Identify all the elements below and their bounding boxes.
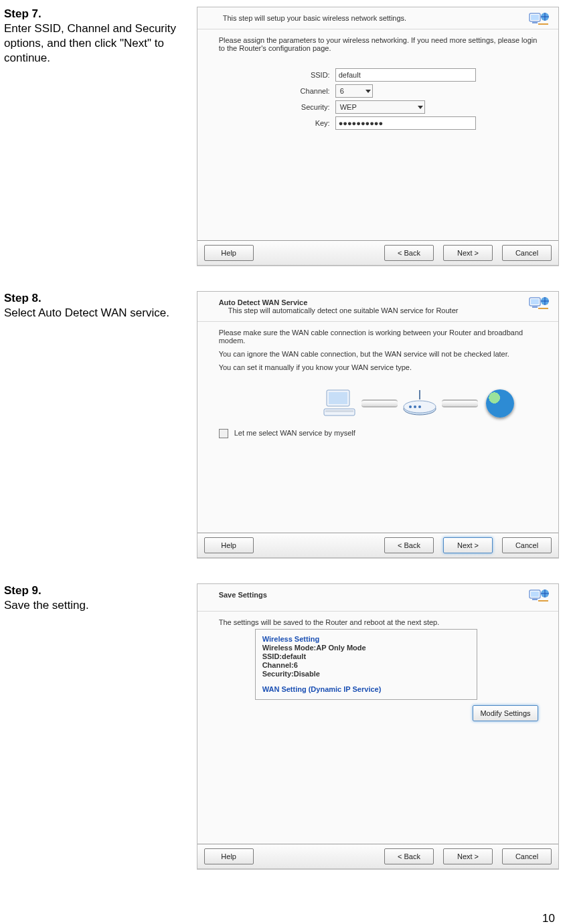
- next-button[interactable]: Next >: [443, 537, 493, 553]
- svg-rect-6: [532, 306, 538, 308]
- svg-rect-18: [531, 591, 539, 597]
- svg-rect-19: [532, 599, 538, 600]
- security-select[interactable]: WEP: [335, 100, 425, 114]
- settings-summary: Wireless Setting Wireless Mode:AP Only M…: [255, 629, 477, 700]
- cancel-button[interactable]: Cancel: [502, 848, 552, 864]
- network-icon: [529, 588, 550, 607]
- step9-heading: Save Settings: [219, 591, 541, 599]
- globe-icon: [482, 389, 518, 418]
- step9-description: Step 9. Save the setting.: [4, 583, 197, 613]
- step8-description: Step 8. Select Auto Detect WAN service.: [4, 291, 197, 320]
- cable-icon: [442, 399, 478, 407]
- summary-mode: Wireless Mode:AP Only Mode: [262, 644, 470, 652]
- svg-rect-11: [325, 410, 353, 412]
- page-number: 10: [542, 912, 555, 924]
- step8-subtext: This step will automatically detect one …: [228, 306, 541, 314]
- step9-panel: Save Settings The settings will be saved…: [197, 583, 559, 869]
- step8-line3: You can set it manually if you know your…: [219, 363, 541, 371]
- step7-description: Step 7. Enter SSID, Channel and Security…: [4, 7, 197, 66]
- ssid-label: SSID:: [219, 71, 335, 79]
- svg-point-14: [409, 405, 412, 408]
- security-label: Security:: [219, 103, 335, 111]
- svg-rect-1: [531, 15, 539, 20]
- summary-security: Security:Disable: [262, 670, 470, 678]
- modify-settings-button[interactable]: Modify Settings: [473, 705, 538, 721]
- next-button[interactable]: Next >: [443, 245, 493, 261]
- next-button[interactable]: Next >: [443, 848, 493, 864]
- summary-wan: WAN Setting (Dynamic IP Service): [262, 685, 470, 693]
- svg-rect-9: [329, 392, 347, 404]
- summary-ssid: SSID:default: [262, 652, 470, 660]
- network-icon: [529, 11, 550, 30]
- step7-title: Step 7.: [4, 7, 42, 20]
- key-input[interactable]: ●●●●●●●●●●: [335, 116, 476, 130]
- step8-panel: Auto Detect WAN Service This step will a…: [197, 291, 559, 558]
- help-button[interactable]: Help: [204, 245, 254, 261]
- step8-line1: Please make sure the WAN cable connectio…: [219, 329, 541, 345]
- svg-rect-5: [531, 299, 539, 304]
- cancel-button[interactable]: Cancel: [502, 537, 552, 553]
- step8-line2: You can ignore the WAN cable connection,…: [219, 350, 541, 358]
- wan-diagram: [299, 389, 541, 418]
- svg-point-16: [418, 405, 421, 408]
- summary-wireless-title: Wireless Setting: [262, 635, 470, 643]
- select-wan-label: Let me select WAN service by myself: [234, 429, 355, 437]
- router-icon: [402, 389, 438, 418]
- help-button[interactable]: Help: [204, 537, 254, 553]
- svg-point-15: [414, 405, 416, 408]
- network-icon: [529, 296, 550, 314]
- back-button[interactable]: < Back: [384, 537, 434, 553]
- step7-panel-text: Please assign the parameters to your wir…: [219, 36, 541, 52]
- channel-label: Channel:: [219, 87, 335, 95]
- chevron-down-icon: [365, 90, 371, 93]
- key-label: Key:: [219, 119, 335, 127]
- back-button[interactable]: < Back: [384, 848, 434, 864]
- step7-panel-title: This step will setup your basic wireless…: [219, 14, 541, 22]
- help-button[interactable]: Help: [204, 848, 254, 864]
- step9-text: The settings will be saved to the Router…: [219, 618, 541, 626]
- cancel-button[interactable]: Cancel: [502, 245, 552, 261]
- summary-channel: Channel:6: [262, 661, 470, 669]
- cable-icon: [361, 399, 398, 407]
- ssid-input[interactable]: default: [335, 68, 476, 82]
- step8-heading: Auto Detect WAN Service: [219, 298, 541, 306]
- step9-title: Step 9.: [4, 584, 42, 597]
- channel-select[interactable]: 6: [335, 84, 373, 98]
- pc-icon: [321, 389, 357, 418]
- step8-title: Step 8.: [4, 292, 42, 304]
- back-button[interactable]: < Back: [384, 245, 434, 261]
- step7-panel: This step will setup your basic wireless…: [197, 7, 559, 266]
- select-wan-checkbox[interactable]: [219, 429, 228, 438]
- svg-rect-2: [532, 22, 538, 23]
- chevron-down-icon: [418, 106, 423, 109]
